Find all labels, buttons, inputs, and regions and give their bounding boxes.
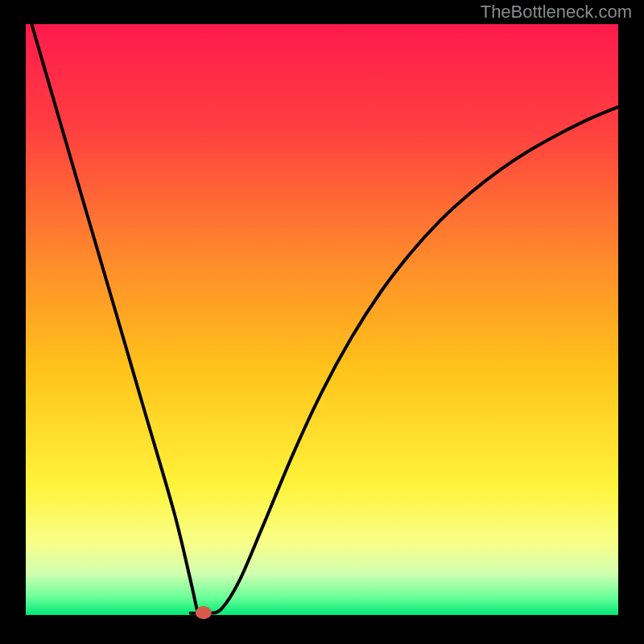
optimum-marker (196, 606, 212, 619)
chart-frame: TheBottleneck.com (0, 0, 644, 644)
bottleneck-chart (0, 0, 644, 644)
plot-background (26, 24, 618, 615)
source-label: TheBottleneck.com (481, 0, 632, 24)
